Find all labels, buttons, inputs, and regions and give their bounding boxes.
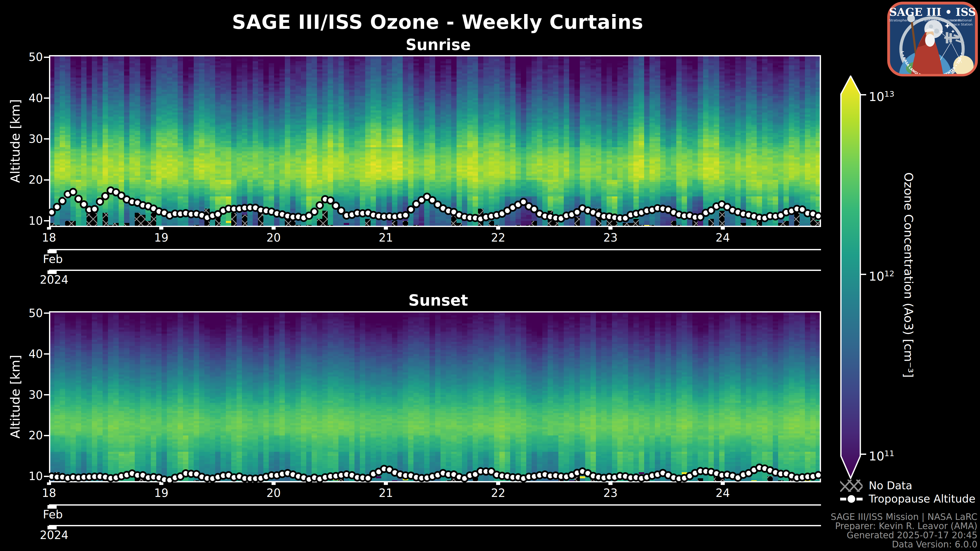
x-axis-year-line — [49, 270, 821, 271]
y-tick-label: 10 — [2, 214, 43, 227]
x-tick-mark — [384, 483, 388, 485]
panel-title-sunset: Sunset — [336, 291, 540, 309]
y-tick-label: 10 — [2, 470, 43, 483]
y-tick-label: 40 — [2, 92, 43, 105]
x-tick-mark — [47, 483, 51, 485]
legend-tropopause-label: Tropopause Altitude — [869, 492, 975, 506]
legend-no-data-label: No Data — [869, 478, 912, 493]
colorbar-tick-mark — [861, 274, 866, 275]
x-axis-year-line — [49, 525, 821, 526]
x-tick-mark — [159, 483, 163, 485]
x-tick-label: 24 — [705, 231, 741, 245]
colorbar — [840, 76, 861, 479]
x-tick-label: 18 — [31, 486, 67, 500]
y-tick-mark — [44, 313, 49, 314]
y-tick-mark — [44, 435, 49, 436]
sunrise-curtain-canvas — [49, 55, 821, 227]
y-tick-mark — [44, 179, 49, 181]
x-tick-mark — [47, 227, 51, 230]
x-tick-mark — [721, 483, 725, 485]
x-tick-mark — [384, 227, 388, 230]
y-tick-label: 20 — [2, 173, 43, 186]
x-tick-label: 19 — [143, 231, 179, 245]
x-tick-mark — [272, 227, 275, 230]
y-tick-label: 20 — [2, 429, 43, 442]
y-tick-mark — [44, 476, 49, 477]
colorbar-tick-mark — [861, 94, 866, 95]
colorbar-tick-label: 1013 — [869, 87, 894, 103]
x-axis-year-label: 2024 — [40, 273, 68, 286]
y-tick-mark — [44, 138, 49, 140]
sunrise-plot — [49, 55, 821, 227]
x-tick-label: 20 — [256, 486, 291, 500]
footer-generated: Generated 2025-07-17 20:45 — [831, 530, 977, 540]
y-tick-mark — [44, 97, 49, 99]
y-tick-label: 30 — [2, 388, 43, 402]
colorbar-arrow-bar — [841, 76, 860, 478]
footer-data-version: Data Version: 6.0.0 — [831, 540, 977, 549]
x-tick-mark — [496, 483, 500, 485]
x-axis-month-line — [49, 504, 821, 506]
logo-subtitle-left: Stratospheric Aerosol and Gas Experiment… — [889, 18, 961, 22]
x-tick-label: 19 — [143, 486, 179, 500]
x-tick-mark — [159, 227, 163, 230]
x-tick-label: 20 — [256, 231, 291, 245]
x-tick-label: 22 — [480, 486, 516, 500]
x-tick-mark — [721, 227, 725, 230]
x-tick-label: 23 — [593, 231, 628, 245]
no-data-hatch-icon — [840, 480, 862, 492]
logo-title: SAGE III • ISS — [889, 6, 976, 18]
y-tick-label: 50 — [2, 51, 43, 64]
x-tick-mark — [272, 483, 275, 485]
x-tick-label: 22 — [480, 231, 516, 245]
panel-title-sunrise: Sunrise — [336, 36, 540, 54]
x-tick-label: 23 — [593, 486, 628, 500]
y-tick-mark — [44, 57, 49, 58]
y-tick-label: 40 — [2, 348, 43, 361]
x-axis-year-label: 2024 — [40, 529, 68, 542]
colorbar-tick-label: 1011 — [869, 446, 894, 463]
colorbar-tick-label: 1012 — [869, 267, 894, 283]
footer-preparer: Preparer: Kevin R. Leavor (AMA) — [831, 521, 977, 530]
y-tick-mark — [44, 220, 49, 221]
logo-subtitle-right-2: Space Station — [950, 22, 973, 26]
footer-mission: SAGE III/ISS Mission | NASA LaRC — [831, 512, 977, 521]
y-tick-mark — [44, 394, 49, 395]
x-tick-label: 21 — [368, 486, 404, 500]
x-tick-label: 18 — [31, 231, 67, 245]
colorbar-label: Ozone Concentration (Ao3) [cm⁻³] — [900, 71, 917, 479]
footer: SAGE III/ISS Mission | NASA LaRC Prepare… — [831, 512, 977, 549]
sunset-curtain-canvas — [49, 311, 821, 483]
tropopause-marker-icon — [840, 493, 862, 505]
figure: SAGE III/ISS Ozone - Weekly Curtains Sun… — [0, 0, 980, 551]
y-tick-label: 30 — [2, 132, 43, 146]
x-tick-label: 24 — [705, 486, 741, 500]
x-tick-mark — [496, 227, 500, 230]
page-title: SAGE III/ISS Ozone - Weekly Curtains — [153, 11, 722, 33]
x-tick-mark — [608, 483, 612, 485]
sunset-plot — [49, 311, 821, 483]
x-axis-month-label: Feb — [43, 252, 63, 266]
logo-subtitle-right-1: International — [951, 18, 972, 22]
x-axis-month-line — [49, 249, 821, 250]
colorbar-tick-mark — [861, 454, 866, 455]
sage-iss-mission-logo: BALL • NASA LANGLEY RESEARCH CENTER • TA… — [887, 2, 978, 76]
x-tick-mark — [608, 227, 612, 230]
y-tick-label: 50 — [2, 306, 43, 320]
y-tick-mark — [44, 353, 49, 354]
x-axis-month-label: Feb — [43, 508, 63, 521]
x-tick-label: 21 — [368, 231, 404, 245]
